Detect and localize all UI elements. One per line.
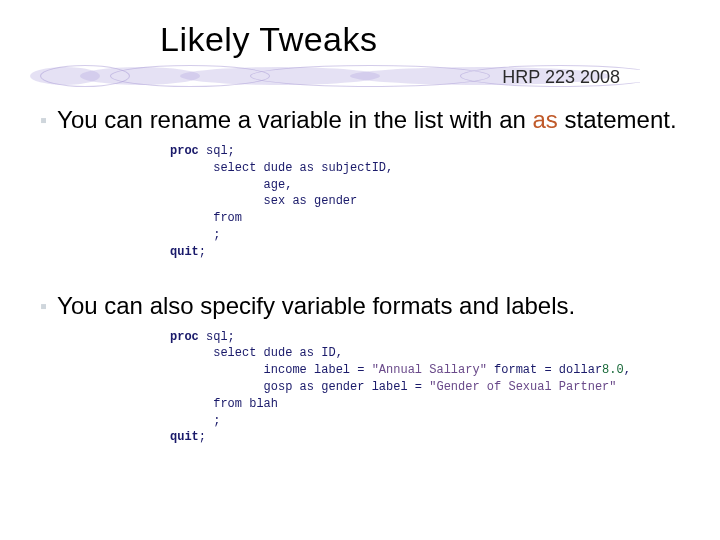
code2-l3a: income label =	[170, 363, 372, 377]
code-block-1: proc sql; select dude as subjectID, age,…	[170, 143, 680, 261]
code1-kw-quit: quit	[170, 245, 199, 259]
code1-l6: ;	[170, 228, 220, 242]
bullet-1-text: You can rename a variable in the list wi…	[57, 105, 677, 135]
code1-l3: age,	[170, 178, 292, 192]
course-label: HRP 223 2008	[502, 67, 620, 88]
code2-kw-quit: quit	[170, 430, 199, 444]
code2-kw-proc: proc	[170, 330, 199, 344]
code1-l4: sex as gender	[170, 194, 357, 208]
bullet-1-pre: You can rename a variable in the list wi…	[57, 106, 532, 133]
bullet-1-kw: as	[533, 106, 558, 133]
code2-l3b: "Annual Sallary"	[372, 363, 487, 377]
code1-l7b: ;	[199, 245, 206, 259]
decorative-swoosh: HRP 223 2008	[60, 65, 680, 101]
slide-title: Likely Tweaks	[160, 20, 680, 59]
code1-l5: from	[170, 211, 242, 225]
code1-l2: select dude as subjectID,	[170, 161, 393, 175]
bullet-1-post: statement.	[558, 106, 677, 133]
code2-l3d: 8.0	[602, 363, 624, 377]
code-block-2: proc sql; select dude as ID, income labe…	[170, 329, 680, 447]
code2-l1b: sql;	[199, 330, 235, 344]
code2-l2: select dude as ID,	[170, 346, 343, 360]
code1-l1b: sql;	[199, 144, 235, 158]
bullet-2: ▪ You can also specify variable formats …	[40, 291, 680, 321]
code2-l7b: ;	[199, 430, 206, 444]
code2-l6: ;	[170, 414, 220, 428]
bullet-icon: ▪	[40, 109, 47, 132]
bullet-icon: ▪	[40, 295, 47, 318]
code2-l3e: ,	[624, 363, 631, 377]
code2-l3c: format = dollar	[487, 363, 602, 377]
bullet-2-text: You can also specify variable formats an…	[57, 291, 575, 321]
code2-l5: from blah	[170, 397, 278, 411]
bullet-1: ▪ You can rename a variable in the list …	[40, 105, 680, 135]
code1-kw-proc: proc	[170, 144, 199, 158]
code2-l4a: gosp as gender label =	[170, 380, 429, 394]
bullet-2-pre: You can also specify variable formats an…	[57, 292, 575, 319]
code2-l4b: "Gender of Sexual Partner"	[429, 380, 616, 394]
slide: Likely Tweaks HRP 223 2008 ▪ You can ren…	[0, 0, 720, 540]
